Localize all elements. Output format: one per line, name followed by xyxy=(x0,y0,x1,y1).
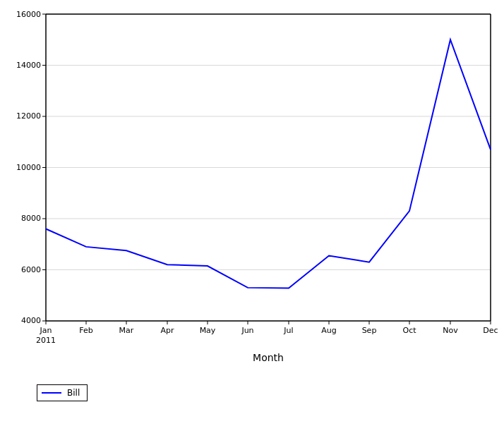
y-tick-14000: 14000 xyxy=(16,61,41,70)
chart-container: 4000 6000 8000 10000 12000 14000 16000 J… xyxy=(0,0,504,438)
x-tick-sep: Sep xyxy=(362,326,377,335)
x-tick-feb: Feb xyxy=(79,326,92,335)
x-tick-apr: Apr xyxy=(160,326,174,335)
x-tick-jul: Jul xyxy=(283,326,293,335)
line-chart: 4000 6000 8000 10000 12000 14000 16000 J… xyxy=(0,0,504,438)
y-tick-16000: 16000 xyxy=(16,10,41,19)
x-tick-jan: Jan xyxy=(40,326,52,335)
y-tick-6000: 6000 xyxy=(21,265,41,274)
x-tick-mar: Mar xyxy=(119,326,134,335)
x-axis-label: Month xyxy=(253,352,284,363)
legend-label-bill: Bill xyxy=(67,388,80,398)
x-tick-may: May xyxy=(200,326,216,335)
y-tick-4000: 4000 xyxy=(21,316,41,325)
y-tick-8000: 8000 xyxy=(21,214,41,223)
x-tick-dec: Dec xyxy=(483,326,498,335)
y-tick-12000: 12000 xyxy=(16,111,41,121)
data-line-bill xyxy=(46,39,491,288)
x-tick-oct: Oct xyxy=(402,326,416,335)
x-tick-aug: Aug xyxy=(321,326,336,335)
y-tick-10000: 10000 xyxy=(16,163,41,172)
x-year-label: 2011 xyxy=(36,336,56,345)
x-tick-nov: Nov xyxy=(443,326,458,335)
legend-line-bill xyxy=(42,392,61,394)
x-tick-jun: Jun xyxy=(241,326,253,335)
chart-legend: Bill xyxy=(37,384,88,401)
